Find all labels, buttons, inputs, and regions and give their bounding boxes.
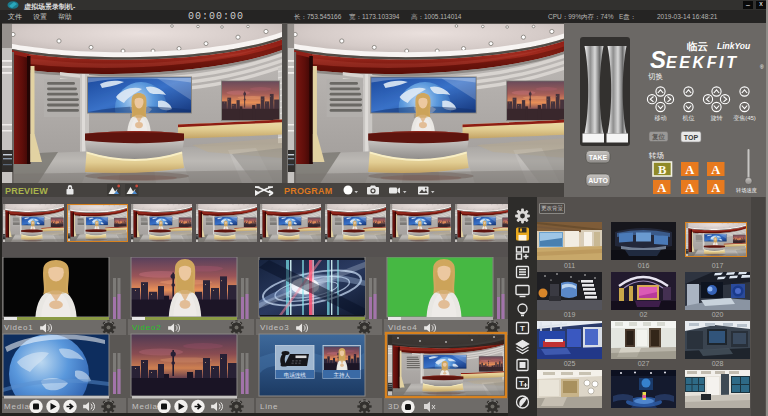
svg-text:3D: 3D xyxy=(388,402,400,411)
svg-text:移动: 移动 xyxy=(655,115,667,122)
svg-text:复位: 复位 xyxy=(651,133,666,141)
svg-text:电话连线: 电话连线 xyxy=(284,372,307,379)
svg-text:主持人: 主持人 xyxy=(333,372,350,379)
svg-text:Video1: Video1 xyxy=(4,323,34,332)
svg-text:PROGRAM: PROGRAM xyxy=(284,186,332,196)
svg-text:A: A xyxy=(711,163,720,177)
svg-text:LinkYou: LinkYou xyxy=(717,41,751,51)
svg-text:转场: 转场 xyxy=(648,151,664,160)
svg-text:旋转: 旋转 xyxy=(711,115,723,122)
svg-text:Video2: Video2 xyxy=(132,323,162,332)
svg-text:AUTO: AUTO xyxy=(588,177,608,184)
svg-text:A: A xyxy=(657,181,666,195)
svg-text:®: ® xyxy=(760,64,764,70)
svg-text:TAKE: TAKE xyxy=(589,154,608,161)
svg-text:PREVIEW: PREVIEW xyxy=(5,186,48,196)
svg-text:机位: 机位 xyxy=(683,115,695,121)
svg-text:Video4: Video4 xyxy=(388,323,418,332)
svg-text:A: A xyxy=(685,181,694,195)
svg-text:Video3: Video3 xyxy=(260,323,290,332)
svg-text:A: A xyxy=(711,181,720,195)
svg-text:TOP: TOP xyxy=(684,134,699,141)
svg-text:A: A xyxy=(685,163,694,177)
svg-text:Line: Line xyxy=(260,402,278,411)
svg-text:临云: 临云 xyxy=(687,40,709,52)
svg-text:切换: 切换 xyxy=(648,72,664,81)
svg-text:T: T xyxy=(520,324,525,333)
svg-text:转场速度: 转场速度 xyxy=(736,187,758,194)
svg-text:B: B xyxy=(658,163,666,177)
svg-text:T: T xyxy=(519,379,524,388)
svg-text:变焦(45): 变焦(45) xyxy=(733,114,756,122)
